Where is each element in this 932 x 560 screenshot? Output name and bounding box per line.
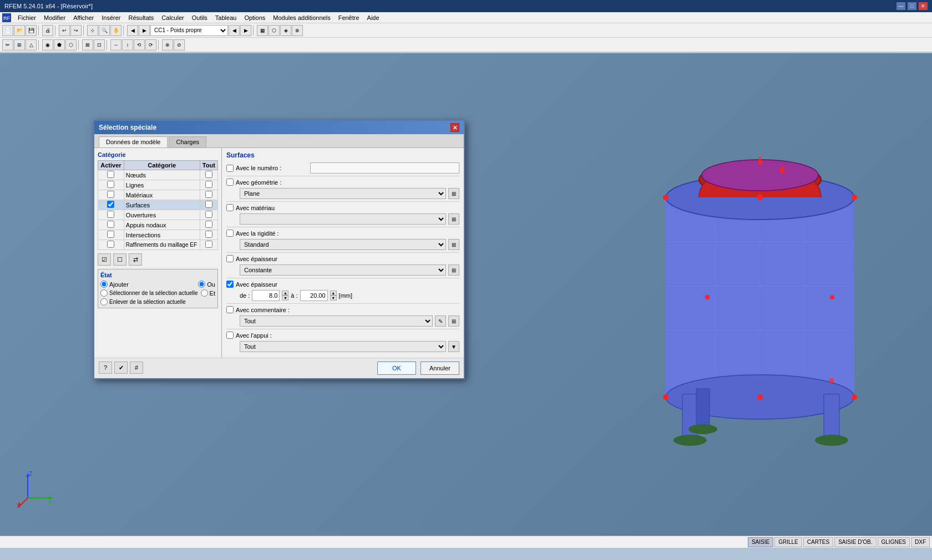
- menu-afficher[interactable]: Afficher: [70, 13, 97, 22]
- cc-prev[interactable]: ◀: [229, 25, 240, 36]
- help-btn[interactable]: ?: [99, 362, 112, 374]
- zoom-btn[interactable]: 🔍: [99, 25, 110, 36]
- nav-prev[interactable]: ◀: [127, 25, 138, 36]
- apply-btn[interactable]: ✔: [114, 362, 128, 374]
- window-controls[interactable]: — □ ✕: [896, 2, 928, 10]
- cb-filter-appui[interactable]: [226, 332, 234, 339]
- ok-button[interactable]: OK: [377, 362, 416, 375]
- select-btn[interactable]: ⊹: [87, 25, 98, 36]
- radio-ou[interactable]: [198, 281, 205, 288]
- status-saisie-ob[interactable]: SAISIE D'OB.: [834, 537, 876, 547]
- cb-materiaux[interactable]: [107, 191, 114, 198]
- tb2-btn5[interactable]: ⬟: [54, 39, 65, 50]
- menu-calculer[interactable]: Calculer: [158, 13, 187, 22]
- commentaire-clear-btn[interactable]: ⊞: [448, 315, 459, 327]
- select-commentaire[interactable]: Tout: [240, 315, 433, 327]
- cb-ouvertures[interactable]: [107, 211, 114, 218]
- select-geometrie[interactable]: Plane: [240, 188, 446, 199]
- tb2-btn12[interactable]: ⟳: [145, 39, 156, 50]
- close-btn[interactable]: ✕: [919, 2, 928, 10]
- radio-selection[interactable]: [100, 289, 108, 297]
- open-btn[interactable]: 📂: [14, 25, 25, 36]
- reset-btn[interactable]: #: [130, 362, 143, 374]
- tout-materiaux[interactable]: [205, 191, 212, 198]
- cb-noeuds[interactable]: [107, 171, 114, 178]
- menu-resultats[interactable]: Résultats: [125, 13, 157, 22]
- tb2-btn13[interactable]: ⊗: [162, 39, 173, 50]
- select-rigidite[interactable]: Standard: [240, 239, 446, 250]
- geometrie-edit-btn[interactable]: ⊞: [448, 188, 459, 199]
- de-input[interactable]: [252, 290, 280, 301]
- appui-down-btn[interactable]: ▼: [448, 341, 459, 352]
- menu-tableau[interactable]: Tableau: [212, 13, 240, 22]
- status-glignes[interactable]: GLIGNES: [878, 537, 910, 547]
- tb2-btn1[interactable]: ✏: [2, 39, 13, 50]
- tb2-btn11[interactable]: ⟲: [134, 39, 145, 50]
- tout-ouvertures[interactable]: [205, 211, 212, 218]
- deselect-all-btn[interactable]: ☐: [113, 253, 126, 266]
- invert-btn[interactable]: ⇄: [129, 253, 142, 266]
- view-btn4[interactable]: ⊕: [292, 25, 303, 36]
- menu-modules[interactable]: Modules additionnels: [270, 13, 333, 22]
- menu-fichier[interactable]: Fichier: [14, 13, 39, 22]
- menu-inserer[interactable]: Insérer: [98, 13, 124, 22]
- nav-next[interactable]: ▶: [139, 25, 150, 36]
- view-btn1[interactable]: ▦: [257, 25, 268, 36]
- cc-next[interactable]: ▶: [240, 25, 251, 36]
- tb2-btn9[interactable]: ↔: [110, 39, 121, 50]
- commentaire-edit-btn[interactable]: ✎: [435, 315, 446, 327]
- cb-filter-epaisseur2[interactable]: [226, 281, 234, 288]
- tab-donnees-modele[interactable]: Données de modèle: [99, 136, 168, 147]
- cb-lignes[interactable]: [107, 181, 114, 188]
- redo-btn[interactable]: ↪: [70, 25, 82, 36]
- save-btn[interactable]: 💾: [26, 25, 37, 36]
- view-btn2[interactable]: ⬡: [269, 25, 280, 36]
- tout-appuis[interactable]: [205, 221, 212, 228]
- input-numero[interactable]: [310, 162, 459, 174]
- select-appui[interactable]: Tout: [240, 341, 446, 352]
- cb-filter-numero[interactable]: [226, 165, 234, 172]
- tb2-btn10[interactable]: ↕: [122, 39, 133, 50]
- tb2-btn2[interactable]: ⊞: [14, 39, 25, 50]
- materiau-edit-btn[interactable]: ⊞: [448, 213, 459, 225]
- tout-raffinements[interactable]: [205, 241, 212, 248]
- menu-options[interactable]: Options: [241, 13, 269, 22]
- status-grille[interactable]: GRILLE: [774, 537, 802, 547]
- new-btn[interactable]: 📄: [2, 25, 13, 36]
- a-input[interactable]: [300, 290, 328, 301]
- menu-fenetre[interactable]: Fenêtre: [335, 13, 363, 22]
- cb-filter-commentaire[interactable]: [226, 306, 234, 313]
- maximize-btn[interactable]: □: [908, 2, 916, 10]
- cancel-button[interactable]: Annuler: [421, 362, 459, 375]
- radio-et[interactable]: [201, 289, 208, 297]
- view-btn3[interactable]: ◈: [280, 25, 291, 36]
- status-saisie[interactable]: SAISIE: [748, 537, 773, 547]
- status-cartes[interactable]: CARTES: [803, 537, 833, 547]
- cc-dropdown[interactable]: CC1 - Poids propre: [150, 25, 228, 36]
- tb2-btn8[interactable]: ⊡: [94, 39, 105, 50]
- tab-charges[interactable]: Charges: [169, 136, 206, 147]
- tout-intersections[interactable]: [205, 231, 212, 238]
- select-all-btn[interactable]: ☑: [98, 253, 111, 266]
- tout-surfaces[interactable]: [205, 201, 212, 208]
- cb-intersections[interactable]: [107, 231, 114, 238]
- epaisseur1-edit-btn[interactable]: ⊞: [448, 264, 459, 276]
- tout-lignes[interactable]: [205, 181, 212, 188]
- radio-enlever[interactable]: [100, 298, 108, 306]
- cb-raffinements[interactable]: [107, 241, 114, 248]
- menu-outils[interactable]: Outils: [189, 13, 211, 22]
- de-spin-down[interactable]: ▼: [282, 296, 288, 301]
- tb2-btn4[interactable]: ◉: [42, 39, 53, 50]
- tb2-btn3[interactable]: △: [26, 39, 37, 50]
- select-materiau[interactable]: [240, 213, 446, 225]
- undo-btn[interactable]: ↩: [59, 25, 70, 36]
- print-btn[interactable]: 🖨: [42, 25, 53, 36]
- a-spin-up[interactable]: ▲: [330, 291, 337, 296]
- minimize-btn[interactable]: —: [896, 2, 905, 10]
- cb-filter-epaisseur1[interactable]: [226, 255, 234, 262]
- pan-btn[interactable]: ✋: [110, 25, 121, 36]
- cb-surfaces[interactable]: [107, 201, 114, 208]
- a-spin-down[interactable]: ▼: [330, 296, 337, 301]
- tb2-btn14[interactable]: ⊘: [174, 39, 185, 50]
- dialog-close-btn[interactable]: ✕: [450, 123, 459, 132]
